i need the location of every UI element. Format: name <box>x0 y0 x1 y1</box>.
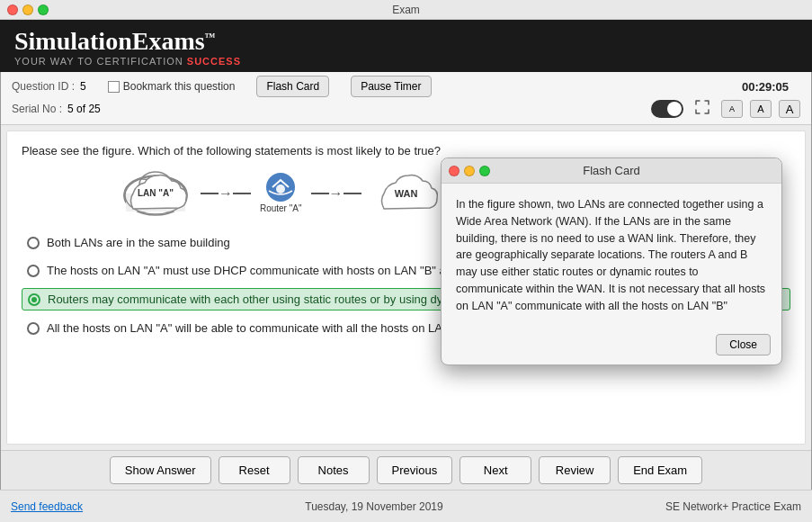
modal-title-bar: Flash Card <box>442 158 781 184</box>
send-feedback-link[interactable]: Send feedback <box>11 500 83 513</box>
status-exam: SE Network+ Practice Exam <box>665 500 801 513</box>
reset-button[interactable]: Reset <box>219 456 290 484</box>
modal-close-btn-circle[interactable] <box>449 166 460 176</box>
wan-cloud: WAN <box>370 168 442 218</box>
minimize-button[interactable] <box>22 4 33 15</box>
radio-a[interactable] <box>27 237 40 249</box>
maximize-button[interactable] <box>38 4 49 15</box>
modal-window-controls <box>449 166 490 176</box>
pause-timer-button[interactable]: Pause Timer <box>351 76 431 97</box>
serial-value: 5 of 25 <box>67 103 101 115</box>
question-id-row: Question ID : 5 <box>12 80 86 93</box>
close-button[interactable] <box>7 4 18 15</box>
radio-b[interactable] <box>27 265 40 277</box>
option-a-text: Both LANs are in the same building <box>47 236 230 249</box>
modal-max-btn-circle[interactable] <box>479 166 490 176</box>
radio-c[interactable] <box>28 293 40 306</box>
serial-label: Serial No : <box>12 103 62 115</box>
window-controls <box>7 4 49 15</box>
lan-a-cloud: LAN "A" <box>120 168 192 218</box>
flash-card-text: In the figure shown, two LANs are connec… <box>456 196 767 314</box>
previous-button[interactable]: Previous <box>377 456 453 484</box>
arrow-lan-a-to-router-a: → <box>201 185 251 202</box>
review-button[interactable]: Review <box>539 456 611 484</box>
window-title: Exam <box>392 4 420 16</box>
bookmark-label[interactable]: Bookmark this question <box>108 80 236 93</box>
flash-card-modal: Flash Card In the figure shown, two LANs… <box>441 158 782 365</box>
flash-card-close-button[interactable]: Close <box>716 334 771 356</box>
show-answer-button[interactable]: Show Answer <box>110 456 211 484</box>
question-text: Please see the figure. Which of the foll… <box>22 144 790 158</box>
toggle-switch[interactable] <box>651 100 683 118</box>
brand-title: SimulationExams™ <box>14 27 798 56</box>
fullscreen-button[interactable] <box>691 97 714 121</box>
radio-d[interactable] <box>27 322 40 335</box>
status-date: Tuesday, 19 November 2019 <box>305 500 442 513</box>
modal-min-btn-circle[interactable] <box>464 166 475 176</box>
flash-card-title: Flash Card <box>583 164 640 177</box>
font-small-button[interactable]: A <box>721 100 743 118</box>
bottom-toolbar: Show Answer Reset Notes Previous Next Re… <box>1 450 811 490</box>
font-medium-button[interactable]: A <box>750 100 772 118</box>
app-header: SimulationExams™ YOUR WAY TO CERTIFICATI… <box>0 20 812 72</box>
serial-row: Serial No : 5 of 25 <box>12 103 101 115</box>
arrow-router-a-to-wan: → <box>311 185 361 202</box>
end-exam-button[interactable]: End Exam <box>618 456 702 484</box>
modal-footer: Close <box>442 327 781 364</box>
next-button[interactable]: Next <box>460 456 531 484</box>
svg-point-7 <box>276 184 285 194</box>
brand-subtitle: YOUR WAY TO CERTIFICATION SUCCESS <box>14 56 798 67</box>
status-bar: Send feedback Tuesday, 19 November 2019 … <box>0 490 812 522</box>
option-d-text: All the hosts on LAN "A" will be able to… <box>47 321 470 335</box>
title-bar: Exam <box>0 0 812 20</box>
font-large-button[interactable]: A <box>779 100 800 118</box>
flash-card-button[interactable]: Flash Card <box>256 76 329 97</box>
bookmark-checkbox[interactable] <box>108 81 120 93</box>
question-id-label: Question ID : <box>12 80 75 93</box>
flash-card-body: In the figure shown, two LANs are connec… <box>442 184 781 327</box>
notes-button[interactable]: Notes <box>298 456 370 484</box>
router-a: Router "A" <box>260 173 302 213</box>
timer: 00:29:05 <box>742 80 800 94</box>
question-id-value: 5 <box>80 80 86 93</box>
info-bar: Question ID : 5 Bookmark this question F… <box>1 72 811 125</box>
